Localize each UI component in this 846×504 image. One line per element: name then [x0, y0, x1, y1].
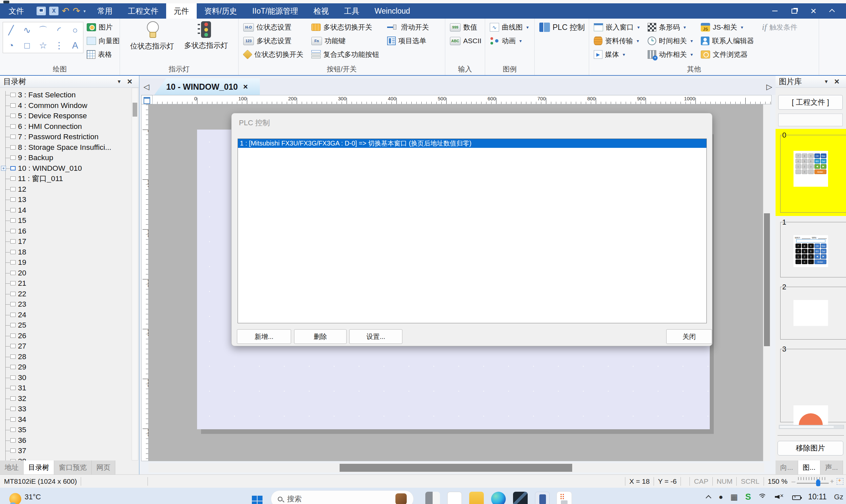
expand-icon[interactable]: +: [1, 166, 6, 171]
tree-item[interactable]: 13: [0, 194, 131, 205]
menu-item-3[interactable]: 资料/历史: [197, 3, 245, 19]
tree-item[interactable]: 36: [0, 435, 131, 446]
tray-grid-icon[interactable]: ▦: [731, 492, 738, 502]
tree-scrollbar-thumb[interactable]: [132, 103, 137, 116]
multi-state-lamp-button[interactable]: 多状态指示灯: [184, 19, 228, 51]
option-list-button[interactable]: 项目选单: [387, 36, 429, 46]
set-bit-button[interactable]: H-O位状态设置: [243, 22, 303, 33]
easybuilder-app-icon[interactable]: [557, 492, 572, 504]
redo-icon[interactable]: ↷: [73, 7, 80, 16]
library-bottom-tab-1[interactable]: 图...: [798, 461, 821, 474]
tree-item[interactable]: 14: [0, 205, 131, 216]
tree-item[interactable]: 23: [0, 299, 131, 310]
tab-scroll-left-icon[interactable]: ◁: [144, 83, 149, 91]
menu-item-5[interactable]: 检视: [306, 3, 336, 19]
media-button[interactable]: ▶媒体▾: [594, 49, 640, 60]
barcode-button[interactable]: 条形码▾: [648, 22, 693, 33]
app-icon-phone[interactable]: [535, 492, 550, 504]
close-panel-icon[interactable]: ×: [831, 76, 843, 87]
bottom-tab-1[interactable]: 目录树: [23, 461, 54, 474]
tree-item[interactable]: 29: [0, 362, 131, 373]
menu-item-0[interactable]: 常用: [90, 3, 120, 19]
menu-item-1[interactable]: 工程文件: [120, 3, 166, 19]
chevron-down-icon[interactable]: ▾: [690, 38, 693, 43]
volume-muted-icon[interactable]: [775, 494, 785, 500]
menu-item-2[interactable]: 元件: [166, 3, 197, 19]
combo-button[interactable]: 复合式多功能按钮: [311, 49, 379, 60]
drawing-tool-icon-4[interactable]: ○: [72, 25, 78, 36]
settings-button[interactable]: 设置...: [349, 329, 402, 344]
chevron-down-icon[interactable]: ▾: [526, 24, 529, 30]
tree-item[interactable]: 34: [0, 414, 131, 425]
tree-item[interactable]: 26: [0, 330, 131, 341]
chevron-down-icon[interactable]: ▾: [637, 24, 640, 30]
vector-graphic-button[interactable]: 向量图: [87, 36, 120, 46]
wifi-icon[interactable]: [758, 494, 768, 500]
canvas-horizontal-scrollbar[interactable]: [148, 463, 764, 472]
library-hscroll-thumb[interactable]: [780, 426, 834, 428]
drawing-tool-icon-6[interactable]: □: [24, 40, 30, 51]
tree-item[interactable]: 18: [0, 247, 131, 257]
close-dialog-button[interactable]: 关闭: [666, 329, 712, 344]
tree-item[interactable]: +10 : WINDOW_010: [0, 163, 131, 174]
tree-item[interactable]: 38: [0, 456, 131, 461]
tree-item[interactable]: 33: [0, 404, 131, 414]
start-button[interactable]: [252, 491, 263, 502]
delete-button[interactable]: 删除: [294, 329, 346, 344]
slide-switch-button[interactable]: 滑动开关: [387, 22, 429, 33]
chevron-down-icon[interactable]: ▾: [690, 52, 693, 57]
taskbar-search[interactable]: 搜索: [271, 490, 414, 504]
file-explorer-icon[interactable]: [469, 492, 484, 504]
table-button[interactable]: 表格: [87, 49, 120, 60]
chevron-down-icon[interactable]: ▾: [741, 24, 743, 30]
hscroll-thumb[interactable]: [340, 464, 572, 472]
thumbnail-0[interactable]: 0 789ClrEsc456BSDel123◀▶.0-Enter: [776, 129, 846, 216]
tree-item[interactable]: 16: [0, 226, 131, 237]
battery-icon[interactable]: [792, 496, 801, 500]
drawing-tool-icon-8[interactable]: ⋮: [54, 40, 64, 51]
browser-icon[interactable]: [491, 492, 506, 504]
export-icon[interactable]: X: [49, 7, 58, 15]
file-browser-button[interactable]: 文件浏览器: [701, 49, 754, 60]
close-button[interactable]: ×: [806, 5, 821, 17]
weather-widget[interactable]: 31°C: [9, 491, 41, 503]
drawing-tool-icon-3[interactable]: ◜: [57, 25, 60, 36]
zoom-out-icon[interactable]: –: [792, 478, 795, 485]
thumbnail-3[interactable]: 3: [776, 343, 846, 426]
undo-icon[interactable]: ↶: [62, 7, 69, 16]
tree-item[interactable]: 17: [0, 236, 131, 247]
tree-item[interactable]: 15: [0, 215, 131, 226]
tree-item[interactable]: 31: [0, 383, 131, 393]
quick-access-caret-icon[interactable]: ▾: [84, 8, 86, 14]
animation-button[interactable]: 动画▾: [490, 36, 529, 46]
trigger-condition-button[interactable]: if触发条件: [762, 22, 797, 33]
drawing-tool-icon-0[interactable]: ╱: [8, 25, 14, 36]
zoom-slider[interactable]: [797, 476, 829, 486]
tree-item[interactable]: 9 : Backup: [0, 152, 131, 163]
chevron-down-icon[interactable]: ▾: [684, 24, 686, 30]
tab-scroll-right-icon[interactable]: ▷: [766, 83, 772, 91]
toggle-switch-button[interactable]: 位状态切换开关: [243, 49, 303, 60]
tray-expand-icon[interactable]: [705, 495, 711, 501]
tree-item[interactable]: 30: [0, 373, 131, 383]
library-source-button[interactable]: [ 工程文件 ]: [778, 95, 843, 110]
document-tab[interactable]: 10 - WINDOW_010 ×: [154, 78, 260, 95]
drawing-tool-icon-9[interactable]: A: [72, 40, 78, 51]
close-panel-icon[interactable]: ×: [124, 76, 136, 87]
plc-control-button[interactable]: PLC 控制: [539, 22, 585, 33]
tree-item[interactable]: 19: [0, 257, 131, 268]
tree-item[interactable]: 5 : Device Response: [0, 111, 131, 121]
fit-to-window-icon[interactable]: [837, 478, 843, 485]
chevron-down-icon[interactable]: ▾: [637, 38, 639, 43]
plc-control-list-item[interactable]: 1 : [Mitsubishi FX3U/FX3G/FX3GA : D-0] =…: [238, 139, 706, 148]
tree-item[interactable]: 32: [0, 393, 131, 404]
tree-item[interactable]: 27: [0, 341, 131, 352]
tree-item[interactable]: 28: [0, 352, 131, 362]
canvas-vertical-scrollbar[interactable]: [763, 104, 770, 461]
tree-item[interactable]: 35: [0, 425, 131, 435]
data-transfer-button[interactable]: 资料传输▾: [594, 36, 640, 46]
zoom-slider-thumb[interactable]: [816, 479, 821, 486]
chevron-down-icon[interactable]: ▾: [519, 38, 522, 43]
tree-item[interactable]: 7 : Password Restriction: [0, 131, 131, 142]
action-related-button[interactable]: 动作相关▾: [648, 49, 693, 60]
